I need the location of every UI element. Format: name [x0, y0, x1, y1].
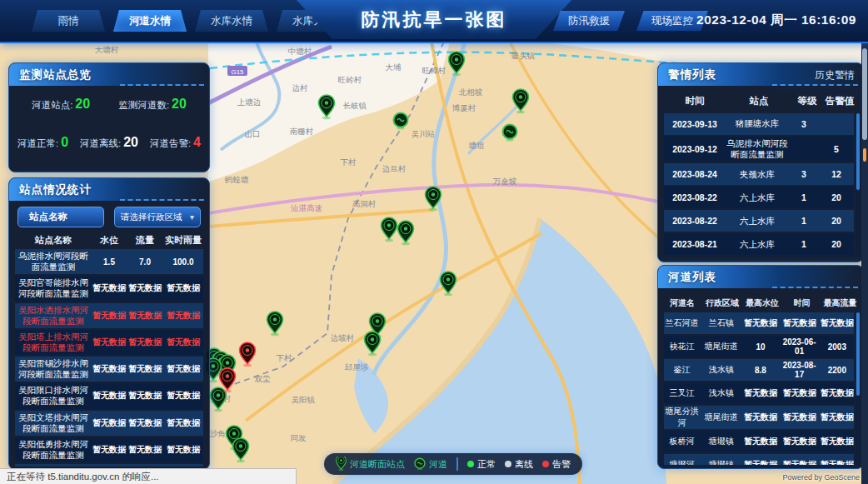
alm-sta: 猪腰塘水库 [726, 117, 789, 131]
station-value: 暂无数据 [127, 282, 163, 294]
alm-val: 5 [819, 144, 854, 154]
stat-value: 20 [172, 97, 187, 112]
overview-stat: 监测河道数:20 [118, 97, 187, 112]
station-value: 暂无数据 [163, 282, 203, 294]
station-row[interactable]: 乌泥排水闸河段断面流量监测1.57.0100.0 [15, 249, 203, 274]
history-alarms-link[interactable]: 历史警情 [815, 68, 855, 82]
panel-header: 站点情况统计 [9, 178, 209, 201]
river-row[interactable]: 鉴江浅水镇8.82023-08-172200 [664, 359, 854, 381]
river-cell: 暂无数据 [779, 317, 821, 329]
map-place-label: 鳌头镇 [511, 51, 536, 60]
scrollbar-thumb[interactable] [862, 48, 867, 140]
river-cell: 塘尾街道 [700, 412, 742, 423]
legend-label: 离线 [515, 458, 533, 471]
map-place-label: 邱屋埗 [345, 362, 369, 372]
column-header: 站点名称 [15, 234, 92, 247]
station-row[interactable]: 吴阳塔上排水闸河段断面流量监测暂无数据暂无数据暂无数据 [15, 330, 203, 355]
stat-label: 河道离线: [80, 137, 121, 150]
station-row[interactable]: 吴阳雷锡沙排水闸河段断面流量监测暂无数据暂无数据暂无数据 [15, 357, 203, 382]
station-row[interactable]: 吴阳限口排水闸河段断面流量监测暂无数据暂无数据暂无数据 [15, 383, 203, 408]
column-header: 告警值 [822, 95, 857, 107]
nav-tab[interactable]: 河道水情 [113, 10, 187, 32]
map-place-label: 南栅村 [290, 127, 314, 136]
station-name: 吴阳塔上排水闸河段断面流量监测 [15, 330, 92, 355]
river-row[interactable]: 三叉江浅水镇暂无数据暂无数据暂无数据 [664, 382, 854, 404]
river-scrollbar[interactable] [856, 312, 860, 462]
station-value: 暂无数据 [163, 337, 203, 348]
map-place-label: 上塘边 [237, 97, 262, 107]
legend-dot-icon [505, 461, 511, 467]
station-value: 暂无数据 [127, 337, 163, 348]
station-row[interactable]: 阳美湖村排水闸河段断面流量监测暂无数据暂无数据暂无数据 [15, 464, 203, 467]
alm-time: 2023-08-22 [664, 216, 726, 226]
panel-header: 监测站点总览 [9, 63, 209, 86]
river-cell: 2003 [821, 342, 854, 352]
alm-lvl: 3 [789, 169, 819, 179]
map-place-label: 边坡村 [331, 333, 355, 342]
river-cell: 暂无数据 [742, 387, 778, 399]
river-cell: 兰石河道 [664, 317, 700, 329]
river-cell: 鉴江 [664, 364, 700, 376]
station-row[interactable]: 吴阳文塔排水闸河段断面流量监测暂无数据暂无数据暂无数据 [15, 411, 203, 436]
map-place-label: 旺岭村 [338, 75, 362, 84]
station-row[interactable]: 吴阳低勇排水闸河段断面流量监测暂无数据暂无数据暂无数据 [15, 437, 203, 462]
station-name-input[interactable]: 站点名称 [17, 207, 104, 227]
map-place-label: 双坣 [255, 374, 272, 383]
panel-title: 站点情况统计 [19, 182, 92, 197]
region-select-value: 请选择行政区域 [121, 212, 182, 223]
column-header: 河道名 [664, 297, 701, 309]
alm-val: 12 [819, 169, 854, 179]
station-value: 暂无数据 [127, 390, 163, 402]
station-row[interactable]: 吴阳水洒排水闸河段断面流量监测暂无数据暂无数据暂无数据 [15, 303, 203, 328]
station-value: 7.0 [127, 257, 163, 267]
alarm-row[interactable]: 2023-08-21六上水库120 [664, 233, 854, 255]
river-cell: 塘㙍镇 [700, 436, 742, 447]
river-cell: 暂无数据 [742, 436, 778, 447]
app-title-block: 防汛抗旱一张图 [297, 0, 571, 39]
station-name: 吴阳雷锡沙排水闸河段断面流量监测 [15, 357, 92, 382]
river-row[interactable]: 塘尾分洪河塘尾街道暂无数据暂无数据暂无数据 [664, 406, 854, 429]
alm-val: 20 [819, 239, 854, 249]
river-table-body: 兰石河道兰石镇暂无数据暂无数据暂无数据袂花江塘尾街道102023-06-0120… [664, 312, 854, 465]
river-row[interactable]: 袂花江塘尾街道102023-06-012003 [664, 336, 854, 357]
river-cell: 塘㙍镇 [700, 459, 742, 465]
station-name: 吴阳水洒排水闸河段断面流量监测 [15, 303, 92, 328]
alm-val: 20 [819, 192, 854, 202]
river-cell: 兰石镇 [700, 317, 742, 329]
flood-dashboard: 大塘村中塘村大埔旺樟村鳌头镇北相坡边村上塘边旺岭村长岐镇博厦村山口南栅村吴川站塘… [0, 0, 868, 484]
alarm-scrollbar[interactable] [856, 113, 860, 253]
alm-time: 2023-09-13 [664, 119, 726, 129]
map-place-label: 大埔 [386, 62, 402, 72]
station-table-body: 乌泥排水闸河段断面流量监测1.57.0100.0吴阳官哥能排水闸河段断面流量监测… [15, 249, 203, 467]
nav-tab[interactable]: 水库水情 [195, 10, 268, 32]
station-row[interactable]: 吴阳官哥能排水闸河段断面流量监测暂无数据暂无数据暂无数据 [15, 276, 203, 301]
station-name: 吴阳限口排水闸河段断面流量监测 [15, 383, 92, 408]
column-header: 时间 [781, 297, 823, 309]
alm-time: 2023-08-21 [664, 239, 726, 249]
river-cell: 三叉江 [664, 387, 700, 399]
legend-item: 离线 [505, 458, 533, 471]
alm-lvl: 1 [789, 192, 819, 202]
overview-stat: 河道站点:20 [32, 97, 90, 112]
alarm-row[interactable]: 2023-08-22六上水库120 [664, 187, 854, 208]
alarm-row[interactable]: 2023-09-13猪腰塘水库3 [664, 113, 854, 135]
page-scrollbar[interactable] [861, 42, 868, 484]
alarm-row[interactable]: 2023-08-24夹颈水库312 [664, 163, 854, 185]
panel-title: 警情列表 [668, 67, 716, 82]
alm-sta: 六上水库 [726, 214, 789, 228]
alarm-row[interactable]: 2023-09-12乌泥排水闸河段断面流量监测5 [664, 137, 854, 162]
river-cell: 浅水镇 [700, 387, 742, 399]
legend-item: 告警 [542, 458, 571, 471]
region-select-dropdown[interactable]: 请选择行政区域 ▾ [114, 207, 201, 227]
map-attribution: Powered by GeoScene [782, 473, 860, 482]
map-place-label: 中塘村 [288, 47, 312, 56]
station-value: 暂无数据 [127, 363, 163, 375]
nav-tab[interactable]: 雨情 [32, 10, 105, 32]
header-button[interactable]: 防汛救援 [553, 11, 625, 31]
alarm-row[interactable]: 2023-08-22六上水库120 [664, 210, 854, 232]
station-value: 暂无数据 [127, 310, 163, 322]
river-row[interactable]: 塘㙍河塘㙍镇暂无数据暂无数据暂无数据 [664, 454, 854, 465]
river-row[interactable]: 兰石河道兰石镇暂无数据暂无数据暂无数据 [664, 312, 854, 334]
station-value: 100.0 [163, 257, 203, 267]
river-row[interactable]: 板桥河塘㙍镇暂无数据暂无数据暂无数据 [664, 431, 854, 452]
